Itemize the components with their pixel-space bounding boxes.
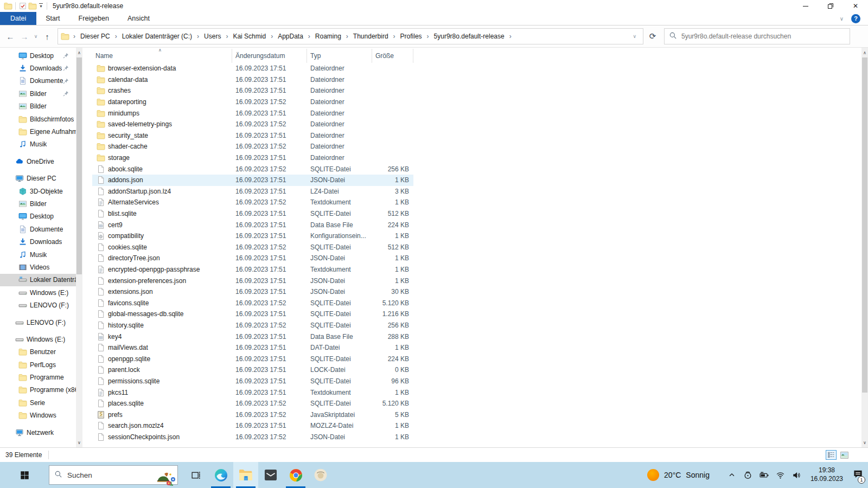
recent-locations-chevron[interactable]: ∨ <box>31 29 40 43</box>
properties-check-icon[interactable] <box>18 2 28 10</box>
file-row-crashes[interactable]: crashes16.09.2023 17:51Dateiordner <box>92 85 413 97</box>
breadcrumb-item-appdata[interactable]: AppData <box>276 30 305 42</box>
taskbar-search-box[interactable]: Suchen <box>49 465 178 485</box>
file-row-global-messages-db-sqlite[interactable]: global-messages-db.sqlite16.09.2023 17:5… <box>92 309 413 320</box>
taskbar-app-mail[interactable] <box>258 462 283 488</box>
weather-widget[interactable]: 20°C Sonnig <box>647 469 710 481</box>
file-row-partial[interactable] <box>92 442 413 447</box>
battery-icon[interactable] <box>758 462 771 488</box>
file-row-directorytree-json[interactable]: directoryTree.json16.09.2023 17:51JSON-D… <box>92 253 413 264</box>
file-row-history-sqlite[interactable]: history.sqlite16.09.2023 17:52SQLITE-Dat… <box>92 320 413 331</box>
sidebar-item-bilder[interactable]: Bilder <box>0 100 76 113</box>
wifi-icon[interactable] <box>774 462 787 488</box>
action-center-button[interactable]: 1 <box>848 462 867 488</box>
breadcrumb-item-roaming[interactable]: Roaming <box>314 30 343 42</box>
sidebar-item-bilder[interactable]: Bilder <box>0 87 76 100</box>
up-button[interactable]: ↑ <box>40 29 54 43</box>
taskbar-app-explorer[interactable] <box>233 462 258 488</box>
file-row-security-state[interactable]: security_state16.09.2023 17:51Dateiordne… <box>92 130 413 142</box>
breadcrumb-separator-icon[interactable]: › <box>343 33 352 40</box>
sidebar-item-benutzer[interactable]: Benutzer <box>0 346 76 358</box>
chevron-up-icon[interactable] <box>725 462 738 488</box>
sidebar-item-dieser-pc[interactable]: Dieser PC <box>0 172 76 185</box>
breadcrumb-item-kai-schmid[interactable]: Kai Schmid <box>231 30 267 42</box>
sidebar-item-windows[interactable]: Windows <box>0 409 76 422</box>
tab-ansicht[interactable]: Ansicht <box>118 12 159 25</box>
minimize-button[interactable] <box>793 0 818 12</box>
address-bar[interactable]: ›Dieser PC›Lokaler Datenträger (C:)›User… <box>58 28 643 44</box>
breadcrumb-separator-icon[interactable]: › <box>506 33 515 40</box>
sidebar-item-musik[interactable]: Musik <box>0 248 76 261</box>
scroll-down-icon[interactable]: ∨ <box>861 439 868 446</box>
breadcrumb-separator-icon[interactable]: › <box>267 33 276 40</box>
breadcrumb-item-5yur9r8o-default-release[interactable]: 5yur9r8o.default-release <box>432 30 506 42</box>
breadcrumb-separator-icon[interactable]: › <box>70 33 79 40</box>
sidebar-item-programme[interactable]: Programme <box>0 371 76 383</box>
task-view-button[interactable] <box>183 462 208 488</box>
breadcrumb-separator-icon[interactable]: › <box>222 33 231 40</box>
start-button[interactable] <box>0 462 49 488</box>
sidebar-item-dokumente[interactable]: Dokumente <box>0 223 76 235</box>
breadcrumb-separator-icon[interactable]: › <box>390 33 399 40</box>
breadcrumb-item-thunderbird[interactable]: Thunderbird <box>352 30 390 42</box>
sidebar-item-eigene-aufnahm[interactable]: Eigene Aufnahm <box>0 125 76 138</box>
file-row-minidumps[interactable]: minidumps16.09.2023 17:51Dateiordner <box>92 107 413 119</box>
file-row-compatibility[interactable]: compatibility16.09.2023 17:51Konfigurati… <box>92 230 413 242</box>
breadcrumb-item-profiles[interactable]: Profiles <box>399 30 424 42</box>
file-row-abook-sqlite[interactable]: abook.sqlite16.09.2023 17:52SQLITE-Datei… <box>92 163 413 175</box>
scrollbar-thumb[interactable] <box>862 57 867 393</box>
file-row-addonstartup-json-lz4[interactable]: addonStartup.json.lz416.09.2023 17:51LZ4… <box>92 186 413 197</box>
file-row-places-sqlite[interactable]: places.sqlite16.09.2023 17:52SQLITE-Date… <box>92 398 413 409</box>
sidebar-item-lenovo-f[interactable]: LENOVO (F:) <box>0 316 76 329</box>
sidebar-item-downloads[interactable]: Downloads <box>0 235 76 248</box>
sidebar-item-videos[interactable]: Videos <box>0 261 76 273</box>
column-header-größe[interactable]: Größe <box>372 49 413 63</box>
sidebar-item-bilder[interactable]: Bilder <box>0 197 76 210</box>
scroll-up-icon[interactable]: ∧ <box>76 49 82 56</box>
file-row-openpgp-sqlite[interactable]: openpgp.sqlite16.09.2023 17:51SQLITE-Dat… <box>92 353 413 364</box>
search-box[interactable]: 5yur9r8o.default-release durchsuchen <box>664 28 850 44</box>
sidebar-item-onedrive[interactable]: OneDrive <box>0 155 76 168</box>
taskbar-app-edge[interactable] <box>208 462 233 488</box>
breadcrumb-item-lokaler-datenträger-c[interactable]: Lokaler Datenträger (C:) <box>120 30 194 42</box>
restore-button[interactable] <box>818 0 843 12</box>
file-row-browser-extension-data[interactable]: browser-extension-data16.09.2023 17:51Da… <box>92 63 413 74</box>
file-row-shader-cache[interactable]: shader-cache16.09.2023 17:52Dateiordner <box>92 141 413 152</box>
file-row-saved-telemetry-pings[interactable]: saved-telemetry-pings16.09.2023 17:52Dat… <box>92 119 413 130</box>
tab-datei[interactable]: Datei <box>0 12 36 25</box>
file-row-alternateservices[interactable]: AlternateServices16.09.2023 17:52Textdok… <box>92 197 413 208</box>
file-row-prefs[interactable]: prefs16.09.2023 17:52JavaSkriptdatei5 KB <box>92 409 413 420</box>
file-row-pkcs11[interactable]: pkcs1116.09.2023 17:51Textdokument1 KB <box>92 387 413 398</box>
file-row-permissions-sqlite[interactable]: permissions.sqlite16.09.2023 17:51SQLITE… <box>92 376 413 387</box>
file-row-encrypted-openpgp-passphrase[interactable]: encrypted-openpgp-passphrase16.09.2023 1… <box>92 264 413 275</box>
sidebar-item-downloads[interactable]: Downloads <box>0 62 76 74</box>
file-row-cookies-sqlite[interactable]: cookies.sqlite16.09.2023 17:52SQLITE-Dat… <box>92 242 413 253</box>
sidebar-item-netzwerk[interactable]: Netzwerk <box>0 426 76 439</box>
back-button[interactable]: ← <box>3 29 17 43</box>
taskbar-app-round[interactable] <box>308 462 333 488</box>
file-row-mailviews-dat[interactable]: mailViews.dat16.09.2023 17:51DAT-Datei1 … <box>92 342 413 354</box>
refresh-button[interactable]: ⟳ <box>644 29 661 44</box>
file-row-storage[interactable]: storage16.09.2023 17:51Dateiordner <box>92 152 413 164</box>
ribbon-collapse-chevron-icon[interactable]: ∨ <box>840 16 844 22</box>
clock[interactable]: 19:38 16.09.2023 <box>810 466 843 483</box>
address-dropdown-chevron-icon[interactable]: ∨ <box>628 34 641 39</box>
new-folder-icon[interactable] <box>28 2 37 10</box>
sidebar-item-desktop[interactable]: Desktop <box>0 210 76 223</box>
file-row-favicons-sqlite[interactable]: favicons.sqlite16.09.2023 17:52SQLITE-Da… <box>92 297 413 309</box>
file-row-search-json-mozlz4[interactable]: search.json.mozlz416.09.2023 17:51MOZLZ4… <box>92 420 413 432</box>
sidebar-item-lenovo-f[interactable]: LENOVO (F:) <box>0 299 76 311</box>
tab-freigeben[interactable]: Freigeben <box>69 12 118 25</box>
sidebar-scrollbar[interactable]: ∧ ∨ <box>76 48 82 447</box>
volume-icon[interactable] <box>790 462 803 488</box>
breadcrumb-item-dieser-pc[interactable]: Dieser PC <box>79 30 112 42</box>
sidebar-item-3d-objekte[interactable]: 3D-Objekte <box>0 185 76 197</box>
taskbar-app-chrome[interactable] <box>283 462 308 488</box>
forward-button[interactable]: → <box>17 29 31 43</box>
file-row-calendar-data[interactable]: calendar-data16.09.2023 17:51Dateiordner <box>92 74 413 86</box>
thumbnail-view-button[interactable] <box>839 450 850 460</box>
sidebar-item-bildschirmfotos[interactable]: Bildschirmfotos <box>0 113 76 125</box>
sidebar-item-perflogs[interactable]: PerfLogs <box>0 358 76 371</box>
file-row-addons-json[interactable]: addons.json16.09.2023 17:51JSON-Datei1 K… <box>92 175 413 186</box>
sidebar-item-windows-e[interactable]: Windows (E:) <box>0 286 76 299</box>
